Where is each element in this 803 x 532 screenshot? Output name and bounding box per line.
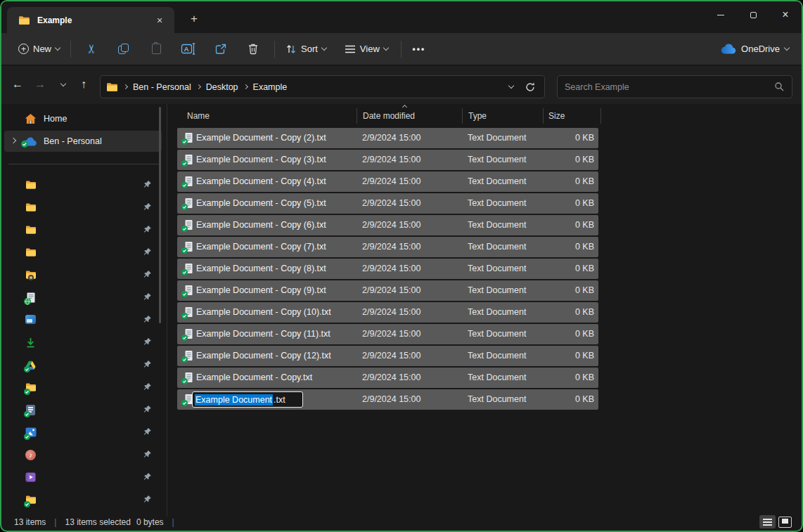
- file-explorer-window: Example × + × + New ✂ A: [0, 0, 803, 532]
- file-date: 2/9/2024 15:00: [362, 155, 420, 164]
- file-type: Text Document: [468, 285, 526, 295]
- breadcrumb-ben-personal[interactable]: Ben - Personal: [129, 80, 195, 94]
- forward-button[interactable]: →: [30, 74, 51, 95]
- rename-button[interactable]: A: [176, 39, 201, 60]
- minimize-button[interactable]: [705, 1, 737, 28]
- chevron-down-icon: [321, 45, 327, 51]
- expand-chevron-icon[interactable]: [4, 141, 23, 143]
- file-list-pane: Name Date modified Type Size Example Doc…: [168, 104, 803, 517]
- search-box[interactable]: [557, 75, 792, 98]
- file-row[interactable]: Example Document - Copy (12).txt 2/9/202…: [177, 346, 598, 366]
- sidebar-pinned-item[interactable]: [1, 287, 167, 309]
- column-header-name[interactable]: Name: [187, 111, 210, 121]
- sidebar-pinned-item[interactable]: [1, 174, 167, 197]
- breadcrumb-example[interactable]: Example: [249, 80, 292, 94]
- close-button[interactable]: ×: [769, 1, 802, 28]
- sidebar-pinned-item[interactable]: [1, 377, 167, 399]
- maximize-button[interactable]: [737, 1, 769, 28]
- sidebar-pinned-item[interactable]: [1, 489, 167, 512]
- status-bar: 13 items | 13 items selected 0 bytes |: [1, 514, 802, 531]
- file-row[interactable]: Example Document - Copy (8).txt 2/9/2024…: [177, 259, 598, 279]
- trash-icon: [248, 43, 259, 55]
- folder-icon: [25, 180, 37, 191]
- address-dropdown-icon[interactable]: [508, 83, 514, 89]
- details-view-toggle[interactable]: [759, 515, 776, 528]
- blue-app-icon: [25, 315, 37, 326]
- onedrive-cloud-icon: [721, 44, 736, 54]
- sidebar-pinned-item[interactable]: [1, 309, 167, 332]
- tab-close-icon[interactable]: ×: [152, 13, 167, 28]
- file-date: 2/9/2024 15:00: [362, 133, 420, 143]
- navigation-pane: Home Ben - Personal ♪: [1, 104, 167, 517]
- folder-check-icon: [25, 382, 37, 394]
- column-headers: Name Date modified Type Size: [168, 105, 803, 128]
- sidebar-pinned-item[interactable]: [1, 242, 167, 264]
- more-options-button[interactable]: •••: [406, 39, 432, 60]
- address-bar[interactable]: Ben - Personal Desktop Example: [100, 75, 545, 98]
- sidebar-pinned-item[interactable]: [1, 399, 167, 422]
- back-button[interactable]: ←: [7, 74, 28, 95]
- column-divider: [356, 108, 357, 124]
- column-header-size[interactable]: Size: [548, 111, 565, 121]
- file-row[interactable]: Example Document - Copy.txt 2/9/2024 15:…: [177, 368, 598, 388]
- sidebar-pinned-item[interactable]: ♪: [1, 444, 167, 467]
- file-row[interactable]: Example Document - Copy (6).txt 2/9/2024…: [177, 215, 598, 235]
- recent-locations-button[interactable]: [53, 74, 74, 95]
- sidebar-scrollbar[interactable]: [159, 107, 161, 323]
- sidebar-ben-personal-label: Ben - Personal: [44, 136, 102, 146]
- file-name: Example Document - Copy (6).txt: [196, 220, 326, 230]
- column-divider: [600, 108, 601, 124]
- sidebar-pinned-item[interactable]: [1, 219, 167, 242]
- text-file-icon: [183, 285, 194, 296]
- breadcrumb-desktop[interactable]: Desktop: [202, 80, 243, 94]
- refresh-icon[interactable]: [525, 82, 536, 93]
- view-button[interactable]: View: [339, 39, 394, 58]
- sidebar-pinned-item[interactable]: [1, 422, 167, 444]
- copy-button[interactable]: [111, 39, 136, 60]
- file-row[interactable]: Example Document - Copy (7).txt 2/9/2024…: [177, 237, 598, 257]
- sidebar-pinned-item[interactable]: [1, 332, 167, 354]
- file-row[interactable]: Example Document - Copy (5).txt 2/9/2024…: [177, 193, 598, 214]
- sort-button[interactable]: Sort: [280, 39, 332, 59]
- sidebar-pinned-item[interactable]: [1, 264, 167, 287]
- paste-button[interactable]: [143, 39, 169, 60]
- onedrive-status-button[interactable]: OneDrive: [721, 44, 789, 54]
- file-date: 2/9/2024 15:00: [362, 329, 420, 339]
- share-button[interactable]: [208, 39, 233, 60]
- rename-input[interactable]: Example Document.txt: [192, 391, 303, 408]
- folder-check-icon: [25, 495, 37, 506]
- pin-icon: [143, 404, 152, 417]
- large-icons-view-toggle[interactable]: [778, 517, 792, 528]
- file-date: 2/9/2024 15:00: [362, 264, 420, 273]
- sidebar-item-home[interactable]: Home: [4, 108, 162, 129]
- file-row-rename[interactable]: Example Document.txt 2/9/2024 15:00 Text…: [177, 389, 598, 410]
- file-row[interactable]: Example Document - Copy (3).txt 2/9/2024…: [177, 150, 598, 170]
- file-row[interactable]: Example Document - Copy (2).txt 2/9/2024…: [177, 128, 598, 148]
- new-button[interactable]: + New: [13, 39, 65, 58]
- delete-button[interactable]: [240, 39, 266, 60]
- new-tab-button[interactable]: +: [186, 11, 203, 27]
- file-row[interactable]: Example Document - Copy (9).txt 2/9/2024…: [177, 280, 598, 301]
- sidebar-item-ben-personal[interactable]: Ben - Personal: [4, 131, 162, 152]
- doc-globe-icon: [25, 292, 37, 304]
- file-row[interactable]: Example Document - Copy (10).txt 2/9/202…: [177, 302, 598, 323]
- search-input[interactable]: [565, 82, 774, 92]
- sidebar-pinned-item[interactable]: [1, 354, 167, 377]
- paste-icon: [152, 44, 161, 54]
- sidebar-pinned-item[interactable]: [1, 467, 167, 489]
- sort-button-label: Sort: [301, 44, 318, 54]
- picture-check-icon: [25, 427, 37, 439]
- file-row[interactable]: Example Document - Copy (4).txt 2/9/2024…: [177, 171, 598, 192]
- file-row[interactable]: Example Document - Copy (11).txt 2/9/202…: [177, 324, 598, 344]
- view-button-label: View: [360, 44, 380, 54]
- cut-button[interactable]: ✂: [79, 39, 104, 60]
- up-button[interactable]: ↑: [73, 74, 94, 95]
- file-type: Text Document: [468, 372, 526, 382]
- command-bar: + New ✂ A Sort View •••: [1, 33, 802, 65]
- sidebar-pinned-item[interactable]: [1, 197, 167, 219]
- status-divider: |: [54, 517, 56, 527]
- tab-example[interactable]: Example ×: [7, 7, 174, 33]
- column-header-type[interactable]: Type: [468, 111, 487, 121]
- column-header-date-modified[interactable]: Date modified: [363, 111, 415, 121]
- file-size: 0 KB: [575, 285, 594, 295]
